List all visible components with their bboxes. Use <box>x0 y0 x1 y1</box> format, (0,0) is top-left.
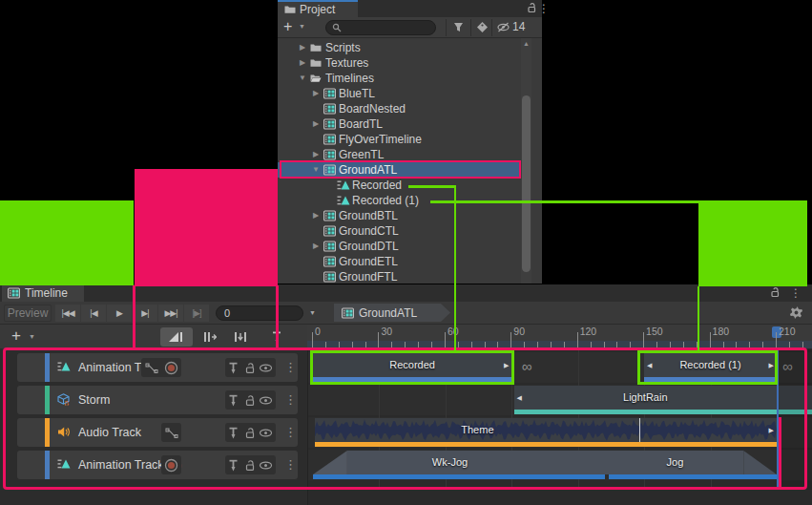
lock-icon[interactable] <box>241 390 258 410</box>
clip-recorded-1-[interactable]: Recorded (1)◀▶ <box>644 353 777 382</box>
clip-jog[interactable]: Jog <box>552 451 777 479</box>
tree-item-groundbtl[interactable]: ▶GroundBTL <box>278 208 520 223</box>
go-to-beginning-button[interactable]: |◀◀ <box>55 305 80 322</box>
ruler-label: 150 <box>646 326 663 337</box>
kebab-menu-icon[interactable]: ⋮ <box>790 286 802 300</box>
expand-arrow-icon[interactable]: ▶ <box>310 86 322 101</box>
tab-project[interactable]: Project <box>278 0 358 17</box>
project-scrollbar[interactable]: ▲ <box>521 38 531 284</box>
kebab-menu-icon[interactable]: ⋮ <box>284 418 297 447</box>
tree-item-boardnested[interactable]: BoardNested <box>278 101 520 116</box>
clip-recorded[interactable]: Recorded▶ <box>313 353 511 382</box>
frame-field-caret-icon[interactable]: ▼ <box>309 309 316 316</box>
timeline-ruler[interactable]: 0306090120150180210 <box>307 325 812 349</box>
scrollbar-thumb[interactable] <box>522 95 531 272</box>
expand-arrow-icon[interactable]: ▼ <box>297 71 308 86</box>
expand-arrow-icon[interactable]: ▶ <box>310 147 322 162</box>
clip-left-arrow-icon[interactable]: ◀ <box>647 353 652 377</box>
pin-icon[interactable] <box>225 390 241 410</box>
previous-frame-button[interactable]: |◀ <box>81 305 106 322</box>
kebab-menu-icon[interactable]: ⋮ <box>284 353 297 382</box>
tree-item-groundctl[interactable]: GroundCTL <box>278 223 520 239</box>
clip-right-arrow-icon[interactable]: ▶ <box>769 418 774 442</box>
curves-view-toggle[interactable] <box>160 327 193 347</box>
ruler-tick <box>762 342 763 348</box>
expand-arrow-icon[interactable]: ▶ <box>297 40 308 55</box>
tree-item-textures[interactable]: ▶Textures <box>278 55 520 71</box>
tree-item-boardtl[interactable]: ▶BoardTL <box>278 116 520 132</box>
lock-icon[interactable] <box>769 286 781 298</box>
search-by-label-icon[interactable] <box>476 21 489 33</box>
clip-right-arrow-icon[interactable]: ▶ <box>769 353 774 377</box>
record-icon[interactable] <box>161 455 181 474</box>
track-header-audio-track[interactable]: Audio Track⋮ <box>17 418 298 447</box>
ripple-edit-mode-button[interactable] <box>197 327 223 347</box>
expand-arrow-icon[interactable]: ▶ <box>297 55 308 71</box>
lock-icon[interactable] <box>526 2 537 13</box>
scroll-up-icon[interactable]: ▲ <box>523 40 530 47</box>
tree-item-timelines[interactable]: ▼Timelines <box>278 71 520 86</box>
add-track-caret-icon[interactable]: ▼ <box>29 333 35 340</box>
play-range-button[interactable]: [▶] <box>184 305 209 322</box>
track-content-area[interactable]: Recorded▶Recorded (1)◀▶LightRain◀Theme▶W… <box>307 349 812 505</box>
clip-right-arrow-icon[interactable]: ▶ <box>504 353 509 377</box>
kebab-menu-icon[interactable]: ⋮ <box>284 451 297 479</box>
next-frame-button[interactable]: ▶| <box>133 305 157 322</box>
tree-item-greentl[interactable]: ▶GreenTL <box>278 147 520 162</box>
search-by-type-icon[interactable] <box>452 21 465 33</box>
clip-label: Jog <box>667 451 684 474</box>
tree-item-recorded-1-[interactable]: Recorded (1) <box>278 193 520 208</box>
kebab-menu-icon[interactable]: ⋮ <box>538 2 550 15</box>
expand-arrow-icon[interactable]: ▼ <box>310 162 322 178</box>
hidden-count-eye-icon[interactable] <box>496 21 510 33</box>
tree-item-bluetl[interactable]: ▶BlueTL <box>278 86 520 101</box>
expand-arrow-icon[interactable]: ▶ <box>310 239 322 254</box>
clip-ease-in <box>313 451 347 474</box>
pin-icon[interactable] <box>225 455 241 474</box>
pin-icon[interactable] <box>225 423 241 442</box>
lock-icon[interactable] <box>241 358 258 377</box>
add-asset-button[interactable]: + <box>283 18 292 35</box>
tree-item-recorded[interactable]: Recorded <box>278 178 520 193</box>
tree-item-groundftl[interactable]: GroundFTL <box>278 269 520 284</box>
go-to-end-button[interactable]: ▶▶| <box>158 305 183 322</box>
curves-icon[interactable] <box>141 358 161 377</box>
eye-icon[interactable] <box>258 455 274 474</box>
track-header-storm[interactable]: {}Storm⋮ <box>17 386 298 414</box>
play-button[interactable]: ▶ <box>107 305 132 322</box>
record-icon[interactable] <box>161 358 181 377</box>
tree-item-flyovertimeline[interactable]: FlyOverTimeline <box>278 132 520 147</box>
kebab-menu-icon[interactable]: ⋮ <box>284 386 297 414</box>
tree-item-groundatl[interactable]: ▼GroundATL <box>278 162 520 178</box>
track-header-animation-track-1-[interactable]: Animation Track (1)⋮ <box>17 451 298 479</box>
lock-icon[interactable] <box>241 423 258 442</box>
curves-icon[interactable] <box>161 423 181 442</box>
clip-theme[interactable]: Theme▶ <box>315 418 777 447</box>
tree-item-groundetl[interactable]: GroundETL <box>278 254 520 269</box>
eye-icon[interactable] <box>258 358 274 377</box>
expand-arrow-icon[interactable]: ▶ <box>310 116 322 132</box>
clip-lightrain[interactable]: LightRain◀ <box>514 386 812 414</box>
breadcrumb[interactable]: GroundATL <box>334 304 450 322</box>
tab-timeline[interactable]: Timeline <box>2 284 84 302</box>
lock-icon[interactable] <box>241 455 258 474</box>
add-asset-caret-icon[interactable]: ▼ <box>299 23 305 30</box>
tree-item-scripts[interactable]: ▶Scripts <box>278 40 520 55</box>
expand-arrow-icon[interactable]: ▶ <box>310 208 322 223</box>
clip-left-arrow-icon[interactable]: ◀ <box>517 386 522 410</box>
replace-edit-mode-button[interactable] <box>227 327 254 347</box>
pin-icon[interactable] <box>225 358 241 377</box>
track-header-animation-track[interactable]: Animation Track⋮ <box>17 353 298 382</box>
preview-toggle[interactable]: Preview <box>4 305 52 322</box>
eye-icon[interactable] <box>258 423 274 442</box>
frame-field[interactable]: 0 <box>216 305 303 321</box>
tree-item-grounddtl[interactable]: ▶GroundDTL <box>278 239 520 254</box>
eye-icon[interactable] <box>258 390 274 410</box>
audio-track-icon <box>57 426 70 438</box>
gear-icon[interactable] <box>789 305 803 320</box>
add-track-button[interactable]: + <box>11 326 21 346</box>
show-markers-toggle[interactable] <box>265 327 288 347</box>
ruler-tick <box>458 342 459 348</box>
ruler-tick <box>405 342 406 348</box>
search-input[interactable] <box>325 20 436 35</box>
